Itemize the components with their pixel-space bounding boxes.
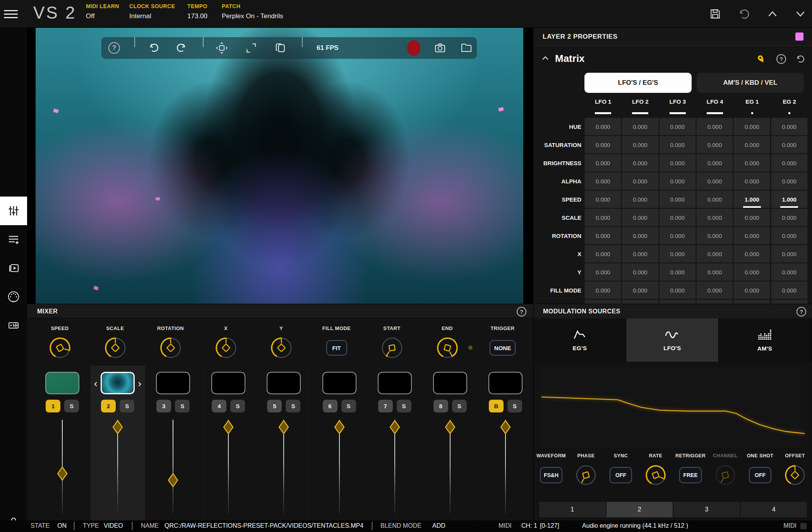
sidebar-item-video-clips[interactable] xyxy=(0,254,27,282)
y-knob[interactable] xyxy=(270,337,293,359)
matrix-cell[interactable]: 0.000 xyxy=(584,227,621,245)
channel-select-button-8[interactable]: 8 xyxy=(433,400,448,412)
lfo-select-tab-1[interactable]: 1 xyxy=(539,502,606,517)
phase-knob[interactable] xyxy=(575,464,597,486)
matrix-cell[interactable]: 0.000 xyxy=(622,209,658,226)
matrix-cell[interactable]: 0.000 xyxy=(622,118,658,135)
channel-thumbnail[interactable] xyxy=(267,372,301,394)
channel-solo-button-1[interactable]: S xyxy=(64,400,79,412)
sidebar-item-midi[interactable] xyxy=(0,282,27,311)
matrix-cell[interactable]: 1.000 xyxy=(771,190,808,208)
matrix-cell[interactable]: 0.000 xyxy=(771,172,808,190)
channel-fader-3[interactable] xyxy=(173,420,173,515)
channel-select-button-B[interactable]: B xyxy=(489,400,504,412)
fader-handle[interactable] xyxy=(445,420,456,434)
type-value[interactable]: VIDEO xyxy=(104,522,123,529)
speed-knob[interactable] xyxy=(49,337,71,359)
matrix-cell[interactable]: 0.000 xyxy=(771,118,808,135)
matrix-cell[interactable]: 0.000 xyxy=(659,263,696,281)
matrix-help-icon[interactable]: ? xyxy=(776,54,786,64)
matrix-cell[interactable]: 0.000 xyxy=(659,172,696,190)
matrix-cell[interactable]: 0.000 xyxy=(733,209,770,226)
matrix-cell[interactable]: 0.000 xyxy=(622,263,658,281)
blend-mode-value[interactable]: ADD xyxy=(432,522,445,529)
matrix-cell[interactable]: 0.000 xyxy=(584,281,621,299)
fader-handle[interactable] xyxy=(500,420,511,434)
tab-ams-kbd-vel[interactable]: AM'S / KBD / VEL xyxy=(697,73,804,93)
matrix-cell[interactable]: 0.000 xyxy=(622,281,658,299)
name-value[interactable]: QRC:/RAW-REFLECTIONS-PRESET-PACK/VIDEOS/… xyxy=(164,522,363,529)
matrix-cell[interactable]: 0.000 xyxy=(733,136,770,154)
matrix-cell[interactable]: 0.000 xyxy=(584,245,621,263)
end-knob[interactable] xyxy=(436,337,459,359)
lfo-select-tab-3[interactable]: 3 xyxy=(673,502,740,517)
channel-solo-button-8[interactable]: S xyxy=(452,400,467,412)
fader-handle[interactable] xyxy=(389,420,400,434)
state-value[interactable]: ON xyxy=(57,522,67,529)
fader-handle[interactable] xyxy=(223,420,234,434)
matrix-cell[interactable]: 0.000 xyxy=(771,263,808,281)
matrix-cell[interactable]: 0.000 xyxy=(659,118,696,135)
matrix-cell[interactable]: 0.000 xyxy=(733,154,770,172)
undo-icon[interactable] xyxy=(738,8,750,20)
matrix-reset-icon[interactable] xyxy=(795,54,805,64)
channel-solo-button-3[interactable]: S xyxy=(175,400,190,412)
matrix-cell[interactable]: 0.000 xyxy=(622,227,658,245)
sidebar-item-sampler[interactable] xyxy=(0,311,27,340)
channel-thumbnail[interactable] xyxy=(488,372,522,394)
matrix-cell[interactable]: 0.000 xyxy=(696,118,733,135)
matrix-cell[interactable]: 0.000 xyxy=(696,209,733,226)
topbar-field-tempo[interactable]: TEMPO173.00 xyxy=(187,3,207,20)
record-button[interactable] xyxy=(407,37,420,59)
channel-thumbnail[interactable] xyxy=(378,372,412,394)
one-shot-button[interactable]: OFF xyxy=(749,467,771,483)
matrix-cell[interactable]: 0.000 xyxy=(584,190,621,208)
channel-knob[interactable] xyxy=(714,464,736,486)
matrix-cell[interactable]: 0.000 xyxy=(584,209,621,226)
modulation-help-icon[interactable]: ? xyxy=(797,307,806,316)
fader-handle[interactable] xyxy=(112,420,123,434)
matrix-cell[interactable]: 0.000 xyxy=(659,227,696,245)
channel-select-button-7[interactable]: 7 xyxy=(378,400,393,412)
matrix-cell[interactable]: 0.000 xyxy=(659,209,696,226)
channel-thumbnail[interactable] xyxy=(211,372,245,394)
fader-handle[interactable] xyxy=(57,466,68,481)
channel-select-button-5[interactable]: 5 xyxy=(267,400,282,412)
viewer-redo-icon[interactable] xyxy=(176,37,187,59)
sync-button[interactable]: OFF xyxy=(610,467,632,483)
chevron-up-icon[interactable] xyxy=(766,8,779,20)
matrix-cell[interactable]: 0.000 xyxy=(733,281,770,299)
matrix-cell[interactable]: 0.000 xyxy=(622,190,658,208)
matrix-cell[interactable]: 0.000 xyxy=(733,245,770,263)
video-preview[interactable]: ? xyxy=(36,28,523,304)
fader-handle[interactable] xyxy=(334,420,345,434)
topbar-field-midi-learn[interactable]: MIDI LEARNOff xyxy=(86,3,119,20)
matrix-cell[interactable]: 0.000 xyxy=(733,263,770,281)
matrix-cell[interactable]: 0.000 xyxy=(696,281,733,299)
matrix-cell[interactable]: 0.000 xyxy=(659,190,696,208)
matrix-cell[interactable]: 1.000 xyxy=(733,190,770,208)
lfo-select-tab-4[interactable]: 4 xyxy=(741,502,807,517)
channel-select-button-4[interactable]: 4 xyxy=(212,400,226,412)
topbar-field-patch[interactable]: PATCHPerplex On - Tendrils xyxy=(222,3,283,20)
matrix-cell[interactable]: 0.000 xyxy=(584,263,621,281)
matrix-cell[interactable]: 0.000 xyxy=(584,172,621,190)
matrix-cell[interactable]: 0.000 xyxy=(584,136,621,154)
tab-ams[interactable]: AM'S xyxy=(719,318,811,362)
tab-egs[interactable]: EG'S xyxy=(534,318,626,362)
fader-handle[interactable] xyxy=(168,473,178,488)
matrix-cell[interactable]: 0.000 xyxy=(771,227,808,245)
matrix-cell[interactable]: 0.000 xyxy=(659,245,696,263)
matrix-cell[interactable]: 0.000 xyxy=(771,209,808,226)
snapshot-camera-icon[interactable] xyxy=(434,37,446,59)
retrigger-button[interactable]: FREE xyxy=(679,467,702,483)
matrix-cell[interactable]: 0.000 xyxy=(771,154,808,172)
channel-thumbnail[interactable] xyxy=(322,372,356,394)
channel-select-button-1[interactable]: 1 xyxy=(46,400,60,412)
channel-thumbnail[interactable] xyxy=(433,372,467,394)
channel-select-button-6[interactable]: 6 xyxy=(323,400,337,412)
sidebar-item-mixer[interactable] xyxy=(0,197,27,225)
collapse-chevron-icon[interactable] xyxy=(542,56,549,60)
channel-solo-button-5[interactable]: S xyxy=(286,400,300,412)
fader-handle[interactable] xyxy=(278,420,289,434)
